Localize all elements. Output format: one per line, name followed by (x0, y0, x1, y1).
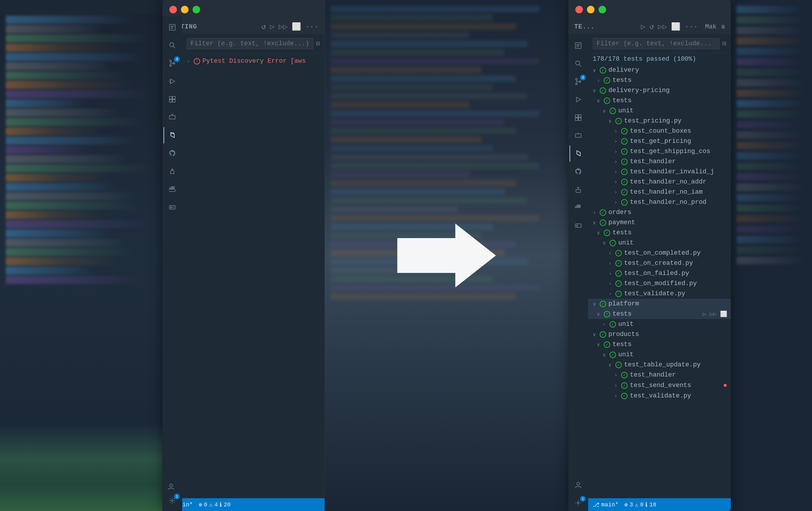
maximize-button-right[interactable] (599, 6, 606, 14)
tree-item-test-pricing[interactable]: ∨ ✓ test_pricing.py (588, 116, 731, 126)
tree-item-test-handler[interactable]: › ✓ test_handler (588, 157, 731, 167)
tree-item-test-on-modified[interactable]: › ✓ test_on_modified.py (588, 278, 731, 289)
tree-item-payment[interactable]: ∨ ✓ payment (588, 217, 731, 227)
collapse-icon-left[interactable]: ⬜ (292, 22, 301, 31)
run-debug-icon-left[interactable]: ▷▷ (279, 22, 288, 31)
sidebar-github-right[interactable] (570, 163, 587, 180)
tree-item-test-on-completed[interactable]: › ✓ test_on_completed.py (588, 248, 731, 258)
sidebar-puppet-left[interactable] (164, 163, 181, 180)
tree-item-products-tests[interactable]: ∨ ✓ tests (588, 340, 731, 350)
tree-item-delivery-pricing[interactable]: ∨ ✓ delivery-pricing (588, 85, 731, 96)
tree-item-test-on-created[interactable]: › ✓ test_on_created.py (588, 258, 731, 268)
status-bar-left: ⎇ main* ⊗ 0 ⚠ 4 ℹ 20 (163, 498, 324, 511)
tree-item-dp-tests[interactable]: ∨ ✓ tests (588, 96, 731, 106)
error-item[interactable]: › ! Pytest Discovery Error [aws (182, 56, 324, 66)
sidebar-extensions-right[interactable] (570, 109, 587, 126)
minimize-button-right[interactable] (587, 6, 594, 14)
sidebar-settings-right[interactable]: 1 (570, 495, 587, 511)
sidebar-search-left[interactable] (164, 37, 181, 53)
collapse-icon-right[interactable]: ⬜ (671, 22, 680, 31)
tree-item-test-on-failed[interactable]: › ✓ test_on_failed.py (588, 268, 731, 278)
sidebar-remote-right[interactable] (570, 128, 587, 144)
run-debug-test-icon[interactable]: ▷▷ (709, 311, 717, 318)
svg-point-28 (171, 207, 172, 208)
sidebar-extensions-left[interactable] (164, 91, 181, 107)
tree-item-products-unit[interactable]: ∨ ✓ unit (588, 350, 731, 360)
panel-title-right: TE... (574, 23, 595, 30)
tree-item-test-validate-products[interactable]: › ✓ test_validate.py (588, 391, 731, 401)
sidebar-puppet-right[interactable] (570, 182, 587, 198)
sidebar-debug-left[interactable] (164, 73, 181, 89)
sidebar-remote-left[interactable] (164, 109, 181, 126)
filter-input-right[interactable] (593, 38, 720, 49)
svg-line-5 (173, 46, 175, 48)
goto-test-icon[interactable]: ⬜ (720, 311, 727, 318)
sidebar-settings-remote-right[interactable] (570, 217, 587, 234)
sidebar-test-left[interactable] (164, 127, 181, 143)
tree-item-platform-tests[interactable]: ∨ ✓ tests ▷ ▷▷ ⬜ (588, 309, 731, 319)
sidebar-explorer-right[interactable] (570, 37, 587, 54)
sidebar-docker-left[interactable] (164, 181, 181, 197)
tree-item-test-get-shipping[interactable]: › ✓ test_get_shipping_cos (588, 146, 731, 157)
sidebar-explorer-left[interactable] (164, 19, 181, 35)
tree-item-delivery-tests[interactable]: › ✓ tests (588, 75, 731, 85)
tree-item-test-table-update[interactable]: ∨ ✓ test_table_update.py (588, 360, 731, 370)
tree-item-dp-unit[interactable]: ∨ ✓ unit (588, 106, 731, 116)
run-icon-right[interactable]: ▷ (641, 22, 645, 31)
run-debug-icon-right[interactable]: ▷▷ (658, 22, 667, 31)
svg-rect-52 (579, 207, 580, 208)
run-test-icon[interactable]: ▷ (703, 311, 706, 318)
svg-marker-42 (577, 97, 581, 102)
svg-point-40 (576, 83, 577, 85)
run-icon-left[interactable]: ▷ (270, 22, 274, 31)
status-errors-right[interactable]: ⊗ 3 ⚠ 0 ℹ 18 (625, 501, 656, 508)
sidebar-docker-right[interactable] (570, 199, 587, 216)
sidebar-source-control-right[interactable]: 4 (570, 74, 587, 90)
close-button-right[interactable] (575, 6, 583, 14)
tree-item-payment-tests[interactable]: ∨ ✓ tests (588, 227, 731, 238)
sidebar-account-right[interactable] (570, 477, 587, 493)
svg-marker-32 (397, 223, 496, 288)
svg-point-58 (577, 502, 579, 504)
tree-item-test-send-events[interactable]: › ✓ test_send_events ● (588, 380, 731, 391)
tree-item-payment-unit[interactable]: ∨ ✓ unit (588, 238, 731, 248)
more-icon-left[interactable]: ··· (305, 22, 319, 31)
sidebar-debug-right[interactable] (570, 91, 587, 108)
more-icon-right[interactable]: ··· (685, 22, 698, 31)
tree-item-orders[interactable]: › ✓ orders (588, 207, 731, 217)
settings-badge-left: 1 (174, 493, 180, 500)
sidebar-source-control-left[interactable]: 4 (164, 55, 181, 72)
sidebar-search-right[interactable] (570, 55, 587, 72)
filter-icon-left[interactable]: ⊟ (316, 40, 320, 48)
minimize-button-left[interactable] (181, 6, 188, 14)
maximize-button-left[interactable] (193, 6, 200, 14)
sidebar-github-left[interactable] (164, 145, 181, 161)
svg-point-4 (170, 43, 174, 47)
svg-rect-2 (171, 27, 173, 28)
tree-item-test-validate-payment[interactable]: › ✓ test_validate.py (588, 289, 731, 299)
sidebar-settings-remote-left[interactable] (164, 199, 181, 215)
status-branch-right[interactable]: ⎇ main* (593, 501, 618, 508)
tree-item-test-handler-no-iam[interactable]: › ✓ test_handler_no_iam (588, 187, 731, 197)
sidebar-test-right[interactable] (570, 145, 587, 162)
tree-item-products[interactable]: ∨ ✓ products (588, 329, 731, 340)
right-content-wrapper: 4 (569, 34, 731, 511)
status-errors-left[interactable]: ⊗ 0 ⚠ 4 ℹ 20 (199, 501, 231, 508)
tree-item-test-handler-products[interactable]: › ✓ test_handler (588, 370, 731, 380)
tree-item-delivery[interactable]: ∨ ✓ delivery (588, 65, 731, 75)
panel-icons-left: ↺ ▷ ▷▷ ⬜ ··· (262, 22, 319, 31)
tree-item-test-get-pricing[interactable]: › ✓ test_get_pricing (588, 136, 731, 146)
filter-input-left[interactable] (187, 38, 313, 49)
refresh-icon-right[interactable]: ↺ (649, 22, 654, 31)
tree-item-platform-unit[interactable]: › ✓ unit (588, 319, 731, 329)
close-button-left[interactable] (169, 6, 177, 14)
tree-item-test-count-boxes[interactable]: › ✓ test_count_boxes (588, 126, 731, 136)
sidebar-settings-left[interactable]: 1 (164, 492, 181, 509)
tree-item-test-handler-invalid[interactable]: › ✓ test_handler_invalid_j (588, 167, 731, 177)
svg-line-38 (579, 64, 581, 66)
tree-item-platform[interactable]: ∨ ✓ platform (588, 299, 731, 309)
refresh-icon-left[interactable]: ↺ (262, 22, 266, 31)
tree-item-test-handler-no-addr[interactable]: › ✓ test_handler_no_addr (588, 177, 731, 187)
tree-item-test-handler-no-prod[interactable]: › ✓ test_handler_no_prod (588, 197, 731, 207)
filter-icon-right[interactable]: ⊟ (722, 40, 726, 48)
